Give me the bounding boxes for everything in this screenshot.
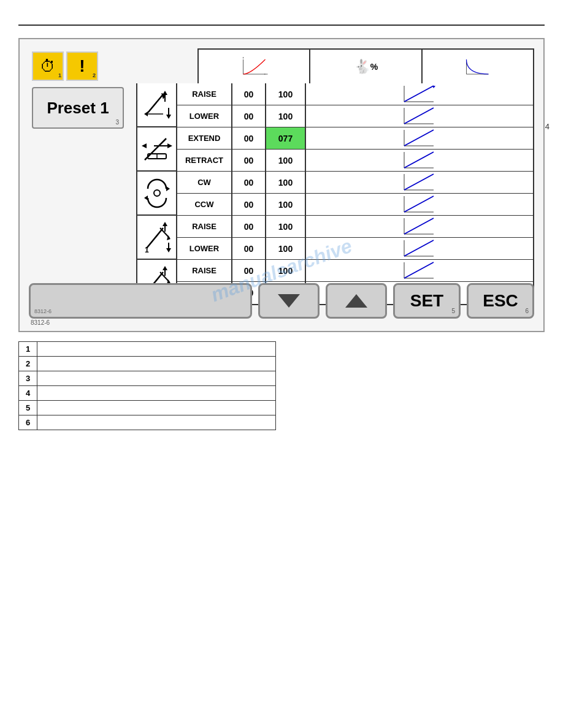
- jib2-raise-val: 00: [232, 260, 266, 281]
- set-label: SET: [410, 291, 443, 311]
- cw-label: CW: [177, 172, 232, 193]
- ref-num: 1: [19, 342, 37, 357]
- graph-icon: [403, 85, 437, 104]
- esc-label: ESC: [483, 291, 518, 311]
- jib1-raise-label: RAISE: [177, 216, 232, 237]
- jib1-lower-label: LOWER: [177, 238, 232, 259]
- header-curve: [423, 50, 533, 83]
- esc-button[interactable]: ESC 6: [467, 283, 534, 319]
- jib2-raise-label: RAISE: [177, 260, 232, 281]
- svg-marker-17: [142, 143, 147, 148]
- icon-rotate: [136, 172, 176, 216]
- svg-marker-21: [144, 195, 148, 200]
- preset-label: Preset 1: [47, 99, 109, 118]
- ref-desc: [37, 371, 276, 386]
- ref-num: 2: [19, 357, 37, 371]
- header-rabbit: 🐇 %: [310, 50, 422, 83]
- down-arrow-button[interactable]: [258, 283, 320, 319]
- ccw-graph: [306, 194, 533, 215]
- rabbit-icon: 🐇: [354, 59, 370, 75]
- table-row: CW 00 100: [177, 172, 533, 194]
- ccw-val: 00: [232, 194, 266, 215]
- svg-point-22: [154, 190, 160, 196]
- jib1-raise-val: 00: [232, 216, 266, 237]
- curve-graph-icon: [461, 57, 494, 77]
- ref-row: 3: [19, 371, 276, 386]
- extend-val: 00: [232, 127, 266, 149]
- extend-pct: 077: [266, 127, 306, 149]
- table-area: 🐇 %: [136, 48, 534, 305]
- clock-icon: ⏱: [40, 57, 56, 76]
- table-row: RAISE 00 100: [177, 216, 533, 238]
- lower-graph-1: [306, 105, 533, 127]
- jib2-raise-pct: 100: [266, 260, 306, 281]
- up-arrow-button[interactable]: [326, 283, 387, 319]
- ref-desc: [37, 415, 276, 430]
- retract-pct: 100: [266, 150, 306, 171]
- ref-desc: [37, 386, 276, 401]
- graph-icon: [403, 261, 437, 281]
- ref-desc: [37, 357, 276, 371]
- jib1-raise-graph: [306, 216, 533, 237]
- ref-code-label: 8312-6: [31, 319, 50, 326]
- table-row: RAISE 00 100: [177, 260, 533, 282]
- data-rows-area: RAISE 00 100 LOWER 00 10: [176, 83, 534, 305]
- icon-area: ⏱ 1 ! 2 Preset 1 3: [32, 51, 124, 129]
- svg-marker-11: [163, 91, 167, 95]
- table-row: RETRACT 00 100: [177, 150, 533, 172]
- icon-jib1: 1: [136, 216, 176, 260]
- header-row: 🐇 %: [197, 48, 534, 83]
- down-arrow-icon: [278, 294, 300, 308]
- annotation-4: 4: [545, 122, 550, 131]
- jib1-lower-val: 00: [232, 238, 266, 259]
- main-panel: ⏱ 1 ! 2 Preset 1 3: [18, 38, 545, 332]
- ccw-label: CCW: [177, 194, 232, 215]
- svg-marker-13: [166, 115, 171, 119]
- extend-label: EXTEND: [177, 127, 232, 149]
- up-arrow-icon: [345, 294, 367, 308]
- annotation-2: 2: [93, 72, 96, 78]
- top-divider: [18, 25, 545, 26]
- icon-boom-raise-lower: [136, 83, 176, 127]
- clock-icon-box: ⏱ 1: [32, 51, 64, 81]
- lower-val-1: 00: [232, 105, 266, 127]
- ref-row: 1: [19, 342, 276, 357]
- ref-desc: [37, 401, 276, 415]
- preset-box: Preset 1 3: [32, 87, 124, 129]
- jib1-lower-graph: [306, 238, 533, 259]
- ccw-pct: 100: [266, 194, 306, 215]
- reference-table: 1 2 3 4 5 6: [18, 341, 276, 430]
- svg-marker-27: [163, 222, 167, 226]
- raise-val-1: 00: [232, 83, 266, 105]
- ref-desc: [37, 342, 276, 357]
- exclaim-icon-box: ! 2: [66, 51, 98, 81]
- annotation-3: 3: [115, 119, 119, 126]
- graph-icon: [403, 107, 437, 126]
- ref-row: 2: [19, 357, 276, 371]
- jib1-lower-pct: 100: [266, 238, 306, 259]
- exclaim-icon: !: [79, 56, 85, 76]
- percent-label: %: [370, 62, 378, 72]
- ref-num: 5: [19, 401, 37, 415]
- raise-pct-1: 100: [266, 83, 306, 105]
- ref-label: 8312-6: [34, 308, 52, 314]
- graph-icon: [403, 173, 437, 192]
- speed-graph-icon: [237, 57, 271, 77]
- lower-pct-1: 100: [266, 105, 306, 127]
- table-row: EXTEND 00 077: [177, 127, 533, 150]
- graph-icon: [403, 217, 437, 237]
- blank-button[interactable]: 8312-6: [29, 283, 252, 319]
- ref-row: 5: [19, 401, 276, 415]
- table-row: CCW 00 100: [177, 194, 533, 216]
- svg-line-23: [147, 228, 163, 248]
- button-row: 8312-6 SET 5 ESC 6: [29, 283, 534, 319]
- lower-label-1: LOWER: [177, 105, 232, 127]
- set-button[interactable]: SET 5: [393, 283, 461, 319]
- svg-marker-16: [167, 143, 172, 148]
- raise-label-1: RAISE: [177, 83, 232, 105]
- warning-icons: ⏱ 1 ! 2: [32, 51, 124, 81]
- extend-graph: [306, 127, 533, 149]
- table-row: LOWER 00 100: [177, 238, 533, 260]
- cw-val: 00: [232, 172, 266, 193]
- svg-text:1: 1: [145, 246, 149, 254]
